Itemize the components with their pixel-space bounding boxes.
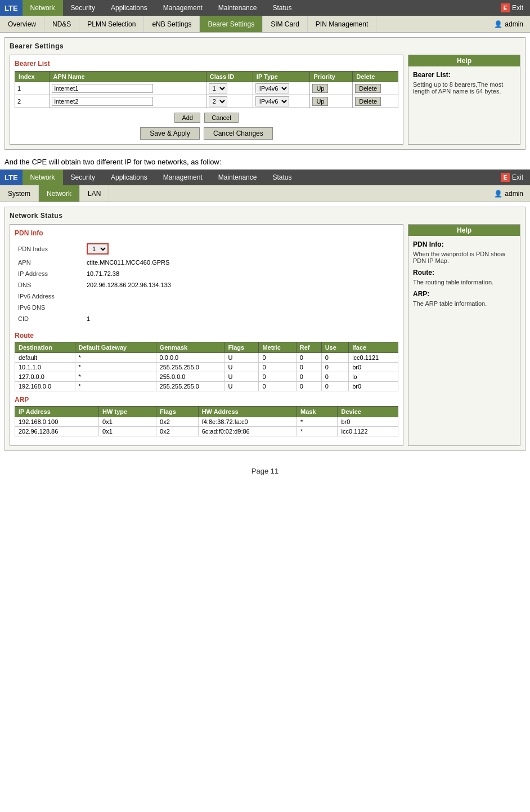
row2-up-button[interactable]: Up [312,97,328,106]
lte-badge-1: LTE [0,0,23,16]
nav2-maintenance[interactable]: Maintenance [210,169,265,185]
help2-pdn-text: When the wanprotol is PDN show PDN IP Ma… [413,251,515,264]
row2-iptype-select[interactable]: IPv4v6 IPv4 IPv6 [255,96,289,106]
row2-apn [50,95,206,108]
pdn-ipv6dns-label: IPv6 DNS [16,302,83,313]
network-layout: PDN Info PDN Index 1 2 APN ctlte.MNC011.… [10,224,520,446]
nav-maintenance-1[interactable]: Maintenance [210,0,265,16]
pdn-ipv6-row: IPv6 Address [16,291,397,301]
nav2-applications[interactable]: Applications [103,169,155,185]
row2-delete-button[interactable]: Delete [355,97,381,106]
subnav-nds[interactable]: ND&S [44,16,79,32]
pdn-dns-label: DNS [16,280,83,290]
bearer-settings-title: Bearer Settings [10,42,520,50]
nav2-security[interactable]: Security [63,169,103,185]
page-footer: Page 11 [0,456,530,487]
cancel-changes-button[interactable]: Cancel Changes [204,127,273,140]
subnav-enb[interactable]: eNB Settings [144,16,200,32]
subnav-plmn[interactable]: PLMN Selection [79,16,144,32]
lte-badge-2: LTE [0,169,23,185]
exit-label-1: Exit [512,4,523,12]
route-col-ref: Ref [296,342,321,353]
subnav2-lan[interactable]: LAN [80,185,109,202]
exit-icon-2: E [501,173,510,182]
route-col-gw: Default Gateway [75,342,156,353]
route-col-metric: Metric [259,342,296,353]
route-table: Destination Default Gateway Genmask Flag… [15,342,398,391]
route-col-dest: Destination [15,342,75,353]
pdn-index-select[interactable]: 1 2 [87,243,109,255]
row1-classid-select[interactable]: 1 2 [209,83,227,93]
row2-classid-select[interactable]: 1 2 [209,96,227,106]
help2-route-text: The routing table information. [413,279,515,285]
row1-classid: 1 2 [206,82,253,95]
exit-button-1[interactable]: E Exit [494,1,530,15]
subnav2-system[interactable]: System [0,185,39,202]
table-row: 1 1 2 IPv4v6 [15,82,398,95]
help-title-2: Help [408,225,520,236]
help-subtitle-1: Bearer List: [413,71,515,79]
nav-applications-1[interactable]: Applications [103,0,155,16]
help-title-1: Help [408,55,520,66]
subnav2-network[interactable]: Network [39,185,80,202]
table-row: 192.168.0.1000x10x2f4:8e:38:72:fa:c0*br0 [15,417,398,427]
admin-text-2: admin [505,190,523,198]
row1-up-button[interactable]: Up [312,84,328,93]
nav2-status[interactable]: Status [264,169,299,185]
row2-classid: 1 2 [206,95,253,108]
col-priority: Priority [310,72,353,82]
table-row: 2 1 2 IPv4v6 [15,95,398,108]
admin-label-1: 👤 admin [487,18,530,30]
col-iptype: IP Type [253,72,310,82]
row1-delete-button[interactable]: Delete [355,84,381,93]
subnav-simcard[interactable]: SIM Card [263,16,308,32]
save-apply-button[interactable]: Save & Apply [140,127,199,140]
row2-delete: Delete [353,95,398,108]
nav-security-1[interactable]: Security [63,0,103,16]
bearer-list-title: Bearer List [15,60,398,68]
col-delete: Delete [353,72,398,82]
pdn-ip-row: IP Address 10.71.72.38 [16,269,397,279]
row2-apn-input[interactable] [52,97,153,106]
row1-apn-input[interactable] [52,84,153,93]
add-button[interactable]: Add [174,113,200,123]
pdn-title: PDN Info [15,229,398,237]
route-col-use: Use [321,342,348,353]
pdn-ipv6-label: IPv6 Address [16,291,83,301]
nav2-management[interactable]: Management [155,169,210,185]
table-row: 202.96.128.860x10x26c:ad:f0:02:d9:86*icc… [15,427,398,436]
row1-iptype-select[interactable]: IPv4v6 IPv4 IPv6 [255,83,289,93]
arp-col-device: Device [338,407,398,417]
pdn-index-value: 1 2 [84,242,397,256]
route-title: Route [15,332,398,340]
pdn-ipv6dns-row: IPv6 DNS [16,302,397,313]
nav-status-1[interactable]: Status [264,0,299,16]
bearer-layout: Bearer List Index APN Name Class ID IP T… [10,55,520,145]
sub-nav-1: Overview ND&S PLMN Selection eNB Setting… [0,16,530,33]
row1-apn [50,82,206,95]
arp-col-flags: Flags [156,407,199,417]
admin-text-1: admin [505,20,523,28]
nav2-network[interactable]: Network [23,169,63,185]
pdn-ip-value: 10.71.72.38 [84,269,397,279]
exit-button-2[interactable]: E Exit [494,171,530,184]
pdn-ipv6-value [84,291,397,301]
admin-label-2: 👤 admin [487,188,530,200]
pdn-dns-value: 202.96.128.86 202.96.134.133 [84,280,397,290]
top-nav-1: LTE Network Security Applications Manage… [0,0,530,16]
row1-iptype: IPv4v6 IPv4 IPv6 [253,82,310,95]
table-row: 127.0.0.0*255.0.0.0U000lo [15,372,398,382]
row1-index: 1 [15,82,50,95]
nav-network-1[interactable]: Network [23,0,63,16]
cancel-add-button[interactable]: Cancel [204,113,238,123]
exit-label-2: Exit [512,173,523,181]
pdn-apn-value: ctlte.MNC011.MCC460.GPRS [84,257,397,267]
help2-arp-subtitle: ARP: [413,290,515,298]
subnav-overview[interactable]: Overview [0,16,44,32]
row1-priority: Up [310,82,353,95]
nav-management-1[interactable]: Management [155,0,210,16]
subnav-bearer[interactable]: Bearer Settings [200,16,263,32]
pdn-apn-label: APN [16,257,83,267]
subnav-pin[interactable]: PIN Management [308,16,376,32]
network-main: PDN Info PDN Index 1 2 APN ctlte.MNC011.… [10,224,403,446]
